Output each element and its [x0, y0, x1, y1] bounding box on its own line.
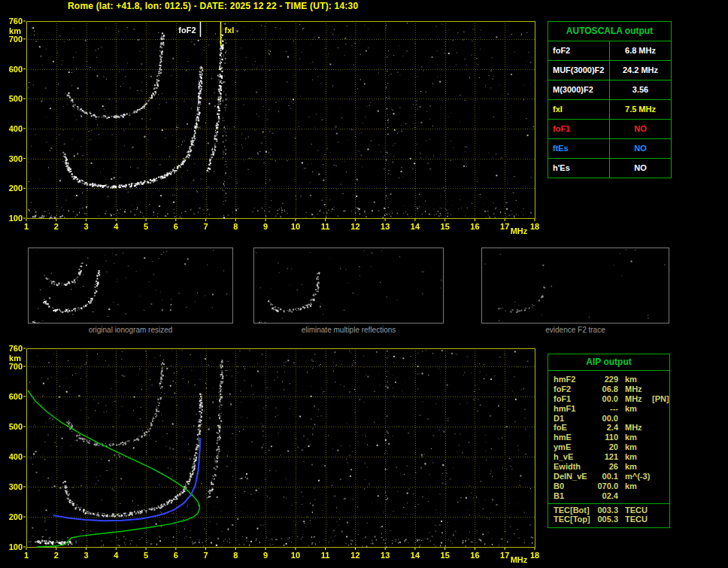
aip-row-unit: km — [618, 452, 651, 462]
autoscala-row-value: NO — [609, 120, 671, 138]
aip-row-label: TEC[Bot] — [548, 506, 593, 515]
thumbnail-caption-evidence: evidence F2 trace — [481, 326, 669, 334]
tec-section-divider — [548, 503, 669, 504]
table-row: foF1 NO — [548, 120, 671, 139]
table-row: D1 00.0 — [548, 414, 669, 424]
autoscala-row-value: NO — [609, 159, 671, 178]
table-row: M(3000)F2 3.56 — [548, 80, 671, 100]
autoscala-row-label: h'Es — [548, 159, 609, 178]
table-row: h'Es NO — [548, 159, 671, 178]
thumbnail-caption-eliminate: eliminate multiple reflections — [253, 326, 444, 334]
aip-row-value: 00.0 — [593, 414, 618, 424]
thumbnail-caption-original: original ionogram resized — [28, 326, 233, 334]
autoscala-row-value: NO — [609, 139, 671, 158]
aip-row-label: hmF1 — [548, 404, 593, 414]
aip-row-extra — [651, 442, 652, 452]
aip-row-value: 02.4 — [593, 491, 618, 501]
aip-row-extra — [651, 375, 652, 384]
autoscala-row-label: foF2 — [548, 41, 609, 60]
aip-row-label: B1 — [548, 491, 593, 501]
aip-row-label: TEC[Top] — [548, 515, 593, 524]
aip-row-value: 121 — [593, 452, 618, 462]
aip-row-extra — [651, 384, 652, 394]
aip-row-label: B0 — [548, 481, 593, 491]
autoscala-row-value: 24.2 MHz — [609, 61, 671, 80]
table-row: DelN_vE 00.1 m^(-3) — [548, 472, 669, 481]
aip-row-extra — [651, 462, 652, 472]
table-row: MUF(3000)F2 24.2 MHz — [548, 61, 671, 80]
aip-row-unit: TECU — [618, 515, 651, 524]
table-row: Ewidth 26 km — [548, 462, 669, 472]
table-row: hmF1 --- km — [548, 404, 669, 414]
aip-row-value: 00.1 — [593, 472, 618, 481]
aip-row-label: hmE — [548, 433, 593, 442]
autoscala-app-window: Rome (lat: +41.8, lon: 012.5) - DATE: 20… — [0, 0, 728, 568]
aip-row-value: 229 — [593, 375, 618, 384]
aip-row-label: DelN_vE — [548, 472, 593, 481]
aip-row-extra — [651, 491, 652, 501]
aip-row-unit: km — [618, 462, 651, 472]
aip-row-value: 070.0 — [593, 481, 618, 491]
aip-row-label: foF1 — [548, 394, 593, 404]
autoscala-row-value: 3.56 — [609, 80, 671, 99]
aip-row-extra — [651, 423, 652, 433]
table-row: B0 070.0 km — [548, 481, 669, 491]
aip-row-unit: MHz — [618, 394, 651, 404]
aip-row-label: ymE — [548, 442, 593, 452]
aip-row-unit: MHz — [618, 423, 651, 433]
aip-row-extra — [651, 404, 652, 414]
aip-row-unit: TECU — [618, 506, 651, 515]
aip-row-label: hmF2 — [548, 375, 593, 384]
page-title: Rome (lat: +41.8, lon: 012.5) - DATE: 20… — [68, 1, 358, 11]
aip-row-unit: km — [618, 481, 651, 491]
table-row: TEC[Top] 005.3 TECU — [548, 515, 669, 524]
autoscala-row-value: 7.5 MHz — [609, 100, 671, 119]
table-row: ftEs NO — [548, 139, 671, 159]
aip-row-unit: m^(-3) — [618, 472, 651, 481]
aip-row-unit — [618, 491, 651, 501]
aip-row-extra — [651, 481, 652, 491]
table-row: B1 02.4 — [548, 491, 669, 501]
thumbnail-original-ionogram — [28, 248, 233, 323]
autoscala-row-label: M(3000)F2 — [548, 80, 609, 99]
aip-row-unit: km — [618, 433, 651, 442]
aip-row-unit: km — [618, 442, 651, 452]
aip-row-value: 06.8 — [593, 384, 618, 394]
aip-row-label: Ewidth — [548, 462, 593, 472]
aip-row-value: 00.0 — [593, 394, 618, 404]
aip-row-extra: [PN] — [651, 394, 669, 404]
table-row: foF2 6.8 MHz — [548, 41, 671, 61]
aip-row-label: D1 — [548, 414, 593, 424]
aip-table-body: hmF2 229 km foF2 06.8 MHz foF1 00.0 MHz … — [548, 371, 670, 528]
aip-row-extra — [651, 452, 652, 462]
aip-row-unit: km — [618, 404, 651, 414]
bottom-ionogram-plot — [0, 343, 546, 568]
top-ionogram-plot — [0, 15, 546, 238]
aip-row-value: 2.4 — [593, 423, 618, 433]
table-row: ymE 20 km — [548, 442, 669, 452]
aip-row-value: --- — [593, 404, 618, 414]
aip-row-value: 005.3 — [593, 515, 618, 524]
aip-row-unit: km — [618, 375, 651, 384]
aip-row-extra — [651, 433, 652, 442]
thumbnail-evidence-f2-trace — [481, 248, 669, 323]
autoscala-output-table: AUTOSCALA output foF2 6.8 MHz MUF(3000)F… — [548, 21, 672, 178]
aip-row-value: 110 — [593, 433, 618, 442]
table-row: TEC[Bot] 003.3 TECU — [548, 506, 669, 515]
aip-row-label: foE — [548, 423, 593, 433]
table-row: foF2 06.8 MHz — [548, 384, 669, 394]
aip-row-value: 003.3 — [593, 506, 618, 515]
autoscala-table-header: AUTOSCALA output — [548, 22, 671, 41]
autoscala-row-value: 6.8 MHz — [609, 41, 671, 60]
autoscala-row-label: ftEs — [548, 139, 609, 158]
autoscala-row-label: foF1 — [548, 120, 609, 138]
aip-row-unit: MHz — [618, 384, 651, 394]
aip-row-unit — [618, 414, 651, 424]
aip-row-value: 26 — [593, 462, 618, 472]
autoscala-row-label: MUF(3000)F2 — [548, 61, 609, 80]
aip-row-extra — [651, 414, 652, 424]
table-row: h_vE 121 km — [548, 452, 669, 462]
table-row: fxI 7.5 MHz — [548, 100, 671, 120]
autoscala-row-label: fxI — [548, 100, 609, 119]
table-row: hmE 110 km — [548, 433, 669, 442]
